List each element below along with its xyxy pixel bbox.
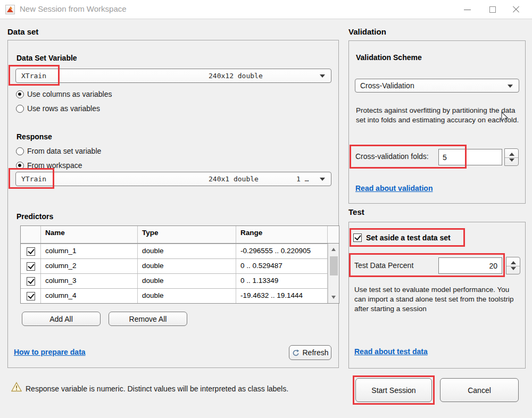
close-icon[interactable] bbox=[504, 0, 528, 19]
table-row: column_2 double 0 .. 0.529487 bbox=[21, 258, 339, 273]
maximize-icon[interactable] bbox=[481, 0, 504, 19]
radio-icon bbox=[16, 90, 24, 98]
validation-scheme-label: Validation Scheme bbox=[356, 53, 422, 62]
spinner-up-icon[interactable] bbox=[511, 261, 516, 264]
refresh-button[interactable]: Refresh bbox=[289, 345, 331, 360]
header-scrollbar-cell bbox=[328, 226, 339, 243]
radio-icon bbox=[16, 105, 24, 113]
test-description: Use test set to evaluate model performan… bbox=[354, 285, 520, 314]
data-set-variable-name: XTrain bbox=[21, 72, 46, 80]
cv-folds-stepper[interactable] bbox=[504, 148, 519, 166]
chevron-down-icon bbox=[320, 178, 325, 181]
read-about-test-data-link[interactable]: Read about test data bbox=[354, 347, 428, 356]
validation-section-title: Validation bbox=[348, 27, 386, 36]
radio-from-dataset-variable[interactable]: From data set variable bbox=[16, 147, 101, 155]
start-session-button[interactable]: Start Session bbox=[355, 378, 432, 402]
refresh-icon bbox=[292, 349, 300, 357]
validation-description: Protects against overfitting by partitio… bbox=[356, 106, 519, 125]
row-checkbox[interactable] bbox=[27, 292, 35, 300]
radio-use-rows[interactable]: Use rows as variables bbox=[16, 104, 100, 113]
remove-all-button[interactable]: Remove All bbox=[109, 312, 187, 326]
cell-type: double bbox=[138, 259, 236, 273]
cell-range: -0.296555 .. 0.220905 bbox=[236, 244, 328, 258]
scroll-down-icon[interactable] bbox=[331, 296, 336, 299]
row-checkbox[interactable] bbox=[27, 247, 35, 256]
test-percent-stepper[interactable] bbox=[506, 257, 520, 274]
test-data-percent-input[interactable]: 20 bbox=[438, 257, 502, 274]
radio-from-workspace-label: From workspace bbox=[27, 161, 82, 170]
response-variable-type: 240x1 double bbox=[209, 175, 259, 183]
data-set-variable-type: 240x12 double bbox=[209, 72, 263, 80]
cell-name[interactable]: column_4 bbox=[41, 289, 138, 303]
window-title: New Session from Workspace bbox=[20, 4, 127, 13]
radio-use-columns[interactable]: Use columns as variables bbox=[16, 90, 112, 98]
response-label: Response bbox=[16, 132, 52, 141]
cell-range: -19.4632 .. 19.1444 bbox=[236, 289, 328, 303]
spinner-up-icon[interactable] bbox=[509, 153, 514, 156]
cell-range: 0 .. 1.13349 bbox=[236, 274, 328, 288]
mouse-cursor bbox=[501, 112, 510, 123]
test-data-percent-label: Test Data Percent bbox=[354, 261, 413, 270]
checkbox-icon[interactable] bbox=[353, 233, 362, 242]
test-section-title: Test bbox=[348, 207, 364, 216]
how-to-prepare-data-link[interactable]: How to prepare data bbox=[14, 348, 86, 356]
radio-use-rows-label: Use rows as variables bbox=[27, 104, 100, 113]
scroll-up-icon[interactable] bbox=[331, 248, 336, 251]
table-row: column_4 double -19.4632 .. 19.1444 bbox=[21, 288, 339, 303]
cell-name[interactable]: column_2 bbox=[41, 259, 138, 273]
dataset-section-title: Data set bbox=[7, 27, 38, 36]
row-checkbox[interactable] bbox=[27, 277, 35, 286]
radio-from-dataset-variable-label: From data set variable bbox=[27, 147, 101, 155]
table-header-row: Name Type Range bbox=[21, 226, 339, 244]
cell-type: double bbox=[138, 244, 236, 258]
validation-scheme-value: Cross-Validation bbox=[360, 81, 414, 90]
cv-folds-label: Cross-validation folds: bbox=[355, 152, 429, 161]
set-aside-test-checkbox-row[interactable]: Set aside a test data set bbox=[353, 233, 451, 242]
radio-from-workspace[interactable]: From workspace bbox=[16, 161, 82, 170]
header-type: Type bbox=[138, 226, 236, 243]
minimize-icon[interactable] bbox=[455, 0, 479, 19]
row-checkbox[interactable] bbox=[27, 262, 35, 271]
validation-panel: Validation Scheme Cross-Validation Prote… bbox=[348, 40, 526, 204]
table-scrollbar[interactable] bbox=[328, 244, 339, 303]
warning-icon bbox=[11, 382, 22, 394]
radio-icon bbox=[16, 162, 24, 170]
cancel-button[interactable]: Cancel bbox=[440, 378, 519, 402]
radio-icon bbox=[16, 147, 24, 155]
read-about-validation-link[interactable]: Read about validation bbox=[355, 184, 433, 193]
cell-type: double bbox=[138, 274, 236, 288]
header-checkbox-cell bbox=[21, 226, 41, 243]
cell-name[interactable]: column_1 bbox=[41, 244, 138, 258]
response-variable-preview: 1 … bbox=[296, 175, 309, 183]
response-variable-dropdown[interactable]: YTrain 240x1 double 1 … bbox=[15, 172, 331, 186]
test-panel: Set aside a test data set Test Data Perc… bbox=[348, 222, 526, 369]
data-set-variable-dropdown[interactable]: XTrain 240x12 double bbox=[15, 69, 331, 83]
refresh-label: Refresh bbox=[302, 348, 328, 357]
spinner-down-icon[interactable] bbox=[509, 158, 514, 162]
cell-range: 0 .. 0.529487 bbox=[236, 259, 328, 273]
warning-text: Response variable is numeric. Distinct v… bbox=[26, 384, 288, 393]
spinner-down-icon[interactable] bbox=[511, 267, 516, 270]
table-row: column_3 double 0 .. 1.13349 bbox=[21, 273, 339, 288]
predictors-label: Predictors bbox=[16, 212, 53, 221]
matlab-icon bbox=[5, 5, 15, 14]
radio-use-columns-label: Use columns as variables bbox=[27, 90, 112, 98]
response-variable-name: YTrain bbox=[21, 175, 46, 183]
set-aside-test-label: Set aside a test data set bbox=[366, 233, 451, 242]
dataset-panel: Data Set Variable XTrain 240x12 double U… bbox=[7, 40, 339, 368]
add-all-button[interactable]: Add All bbox=[22, 312, 101, 326]
data-set-variable-label: Data Set Variable bbox=[16, 54, 77, 62]
title-bar: New Session from Workspace bbox=[0, 0, 532, 19]
header-range: Range bbox=[236, 226, 328, 243]
cv-folds-input[interactable]: 5 bbox=[438, 149, 502, 165]
header-name: Name bbox=[41, 226, 138, 243]
chevron-down-icon bbox=[508, 85, 513, 88]
chevron-down-icon bbox=[320, 74, 325, 78]
cell-name[interactable]: column_3 bbox=[41, 274, 138, 288]
validation-scheme-dropdown[interactable]: Cross-Validation bbox=[355, 79, 519, 93]
cell-type: double bbox=[138, 289, 236, 303]
scrollbar-thumb[interactable] bbox=[330, 256, 338, 275]
predictors-table: Name Type Range column_1 double -0.29655… bbox=[20, 225, 339, 304]
table-row: column_1 double -0.296555 .. 0.220905 bbox=[21, 244, 339, 258]
